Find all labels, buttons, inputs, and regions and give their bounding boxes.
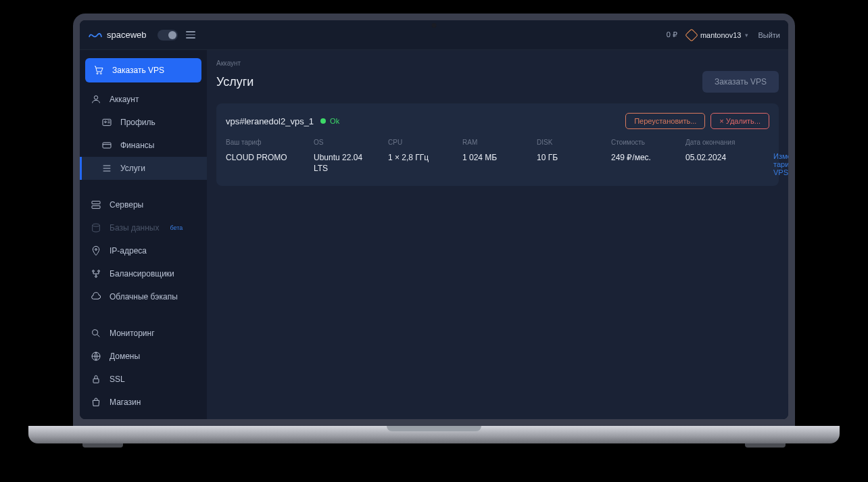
app-root: spaceweb 0 ₽ mantonov13 ▾ Выйти	[80, 20, 788, 419]
sidebar: Заказать VPS Аккаунт Профиль Финансы	[80, 50, 207, 419]
sidebar-shop[interactable]: Магазин	[80, 391, 207, 414]
logo[interactable]: spaceweb	[88, 29, 147, 41]
nav-label: Балансировщики	[110, 269, 174, 279]
svg-point-0	[97, 73, 98, 74]
server-icon	[91, 199, 101, 210]
label-cost: Стоимость	[611, 139, 665, 146]
nav-label: Домены	[110, 352, 140, 361]
cart-icon	[93, 65, 104, 76]
svg-point-2	[94, 96, 97, 99]
sidebar-order-vps[interactable]: Заказать VPS	[85, 58, 201, 82]
svg-point-10	[93, 270, 95, 272]
value-cost: 249 ₽/мес.	[611, 153, 665, 164]
svg-point-8	[93, 224, 100, 226]
svg-point-11	[98, 270, 100, 272]
label-cpu: CPU	[388, 139, 442, 146]
sidebar-ip[interactable]: IP-адреса	[80, 239, 207, 262]
bag-icon	[91, 397, 101, 408]
theme-toggle[interactable]	[158, 30, 178, 41]
nav-label: Мониторинг	[110, 329, 155, 338]
svg-point-12	[95, 276, 97, 278]
logo-icon	[88, 29, 103, 41]
list-icon	[101, 163, 112, 174]
label-disk: DISK	[537, 139, 591, 146]
pin-icon	[91, 245, 101, 256]
lock-icon	[91, 374, 101, 385]
label-ram: RAM	[462, 139, 516, 146]
nav-label: Услуги	[120, 164, 145, 173]
chevron-down-icon: ▾	[745, 32, 748, 39]
sidebar-domains[interactable]: Домены	[80, 345, 207, 368]
value-expires: 05.02.2024	[685, 153, 753, 164]
beta-badge: бета	[170, 224, 183, 231]
status-indicator	[320, 118, 326, 124]
nav-label: Заказать VPS	[112, 66, 164, 75]
wallet-icon	[101, 140, 112, 151]
value-cpu: 1 × 2,8 ГГц	[388, 153, 442, 164]
nav-label: Финансы	[120, 141, 154, 150]
value-os: Ubuntu 22.04 LTS	[314, 153, 368, 174]
nav-label: IP-адреса	[110, 246, 147, 256]
logo-text: spaceweb	[107, 30, 147, 40]
balance-icon	[91, 268, 101, 279]
sidebar-ssl[interactable]: SSL	[80, 368, 207, 391]
username: mantonov13	[700, 31, 742, 39]
toggle-knob	[168, 31, 176, 39]
nav-label: Аккаунт	[110, 95, 139, 104]
main-content: Аккаунт Услуги Заказать VPS vps#leranedo…	[207, 50, 788, 419]
svg-point-4	[105, 121, 107, 123]
change-tariff-link[interactable]: Изменить тариф VPS	[773, 152, 788, 176]
nav-label: Серверы	[110, 200, 143, 210]
value-ram: 1 024 МБ	[462, 153, 516, 164]
label-expires: Дата окончания	[685, 139, 753, 146]
globe-icon	[91, 351, 101, 362]
nav-label: Профиль	[120, 118, 155, 127]
user-circle-icon	[91, 94, 101, 105]
svg-rect-7	[92, 206, 100, 208]
sidebar-profile[interactable]: Профиль	[80, 111, 207, 134]
nav-label: Базы данных	[110, 223, 159, 233]
sidebar-monitoring[interactable]: Мониторинг	[80, 322, 207, 345]
user-menu[interactable]: mantonov13 ▾	[687, 30, 749, 40]
nav-label: SSL	[110, 375, 125, 384]
delete-button[interactable]: × Удалить...	[710, 113, 769, 129]
logout-link[interactable]: Выйти	[758, 31, 780, 39]
svg-point-1	[100, 73, 101, 74]
vps-card: vps#leranedol2_vps_1 Ok Переустановить..…	[216, 103, 779, 186]
sidebar-services[interactable]: Услуги	[80, 157, 207, 180]
svg-rect-15	[93, 379, 99, 383]
label-os: OS	[314, 139, 368, 146]
svg-rect-5	[103, 143, 111, 148]
sidebar-servers[interactable]: Серверы	[80, 193, 207, 216]
nav-label: Магазин	[110, 397, 141, 407]
svg-rect-3	[103, 119, 111, 125]
sidebar-seo[interactable]: SEO и реклама	[80, 414, 207, 419]
user-icon	[685, 28, 698, 42]
nav-label: Облачные бэкапы	[110, 292, 178, 302]
sidebar-account[interactable]: Аккаунт	[80, 88, 207, 111]
status-text: Ok	[330, 117, 339, 125]
reinstall-button[interactable]: Переустановить...	[625, 113, 705, 129]
menu-icon[interactable]	[186, 31, 195, 39]
value-disk: 10 ГБ	[537, 153, 591, 164]
label-tariff: Ваш тариф	[226, 139, 293, 146]
order-vps-button[interactable]: Заказать VPS	[702, 71, 779, 93]
sidebar-balancers[interactable]: Балансировщики	[80, 262, 207, 285]
cloud-icon	[91, 291, 101, 302]
page-title: Услуги	[216, 75, 254, 89]
vps-name: vps#leranedol2_vps_1	[226, 116, 314, 126]
balance[interactable]: 0 ₽	[667, 30, 677, 39]
search-icon	[91, 328, 101, 339]
svg-rect-6	[92, 201, 100, 204]
sidebar-backups[interactable]: Облачные бэкапы	[80, 285, 207, 308]
value-tariff: CLOUD PROMO	[226, 153, 293, 164]
id-icon	[101, 117, 112, 128]
svg-point-13	[93, 330, 98, 335]
svg-point-9	[95, 249, 97, 251]
sidebar-finance[interactable]: Финансы	[80, 134, 207, 157]
database-icon	[91, 222, 101, 233]
breadcrumb[interactable]: Аккаунт	[216, 59, 779, 67]
sidebar-databases[interactable]: Базы данных бета	[80, 216, 207, 239]
